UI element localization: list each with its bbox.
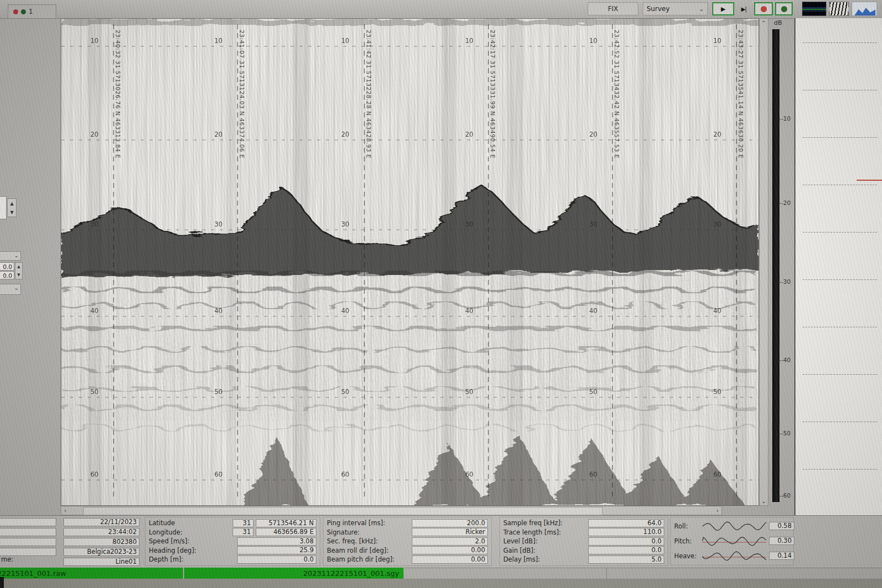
depth-label: 40 (90, 307, 99, 315)
scroll-down-icon[interactable]: ⌄ (760, 497, 768, 505)
record-button[interactable] (754, 2, 773, 15)
wave-chart-icon[interactable] (852, 2, 877, 16)
scroll-left-icon[interactable]: ‹ (61, 506, 69, 515)
mark-button[interactable] (775, 2, 793, 15)
chevron-down-icon: ⌄ (699, 6, 704, 13)
left-edge-field[interactable] (0, 196, 7, 219)
left-spin-arrows[interactable]: ▲▼ (15, 262, 23, 279)
signal-gridline (803, 90, 877, 90)
motion-value: 0.30 (769, 537, 794, 545)
depth-label: 20 (90, 131, 99, 138)
raw-file-name: 20231122215101_001.raw (0, 569, 66, 578)
app-window: 1 FIX Survey ⌄ ▶ ▶| (0, 0, 882, 588)
depth-label: 30 (90, 220, 99, 228)
status-row: Level [dB]:0.0 (503, 537, 664, 546)
signal-marker-red (857, 180, 882, 181)
db-tick: -10 (781, 115, 790, 122)
depth-label: 50 (589, 388, 598, 396)
mode-dropdown[interactable]: Survey ⌄ (643, 2, 708, 15)
left-spin-field-2[interactable]: 0.0 (0, 271, 14, 279)
depth-label: 10 (341, 37, 349, 45)
step-button[interactable]: ▶| (737, 2, 750, 15)
status-label: Longitude: (149, 528, 230, 536)
status-row: Latitude315713546.21 N (149, 519, 316, 528)
profile-thumbnail-icon[interactable] (802, 2, 826, 16)
motion-value: 0.58 (769, 522, 794, 530)
scroll-up-icon[interactable]: ⌃ (760, 19, 768, 27)
line-info-value: Belgica2023-23 (63, 548, 139, 556)
left-dropdown-1[interactable]: ⌄ (0, 251, 21, 261)
play-button[interactable]: ▶ (712, 2, 734, 15)
depth-label: 60 (713, 471, 722, 478)
chevron-down-icon: ⌄ (14, 285, 19, 291)
depth-label: 30 (589, 220, 598, 228)
status-label: Gain [dB]: (503, 547, 586, 554)
depth-label: 20 (214, 131, 223, 138)
depth-label: 50 (713, 388, 722, 396)
fix-button[interactable]: FIX (588, 2, 638, 15)
line-info-value: 23:44:02 (63, 528, 139, 536)
hatch-pattern-icon[interactable] (829, 2, 849, 16)
status-label: Beam pitch dir [deg]: (327, 555, 410, 563)
left-spinner[interactable]: ▲▼ (7, 198, 17, 217)
depth-label: 50 (465, 388, 474, 396)
depth-label: 10 (214, 37, 223, 45)
fix-annotation: 23:42:52 31 5713432.42 N 463557.53 E (614, 30, 620, 159)
signal-panel (794, 18, 882, 588)
motion-waveform (702, 535, 766, 547)
signal-gridline (803, 327, 877, 327)
spin-up-icon[interactable]: ▲ (17, 265, 20, 269)
horizontal-scrollbar[interactable]: ‹ › (61, 506, 722, 515)
status-label: Heading [deg]: (149, 547, 235, 554)
status-bar: me: 22/11/202323:44:02802380Belgica2023-… (0, 515, 882, 568)
raw-file-badge: 20231122215101_001.raw (0, 568, 183, 579)
motion-waveform (702, 550, 766, 562)
status-row: Longitude:31463656.89 E (149, 528, 316, 537)
left-dropdown-2[interactable]: ⌄ (0, 284, 21, 295)
spin-down-icon[interactable]: ▼ (17, 273, 20, 277)
db-colorbar (772, 29, 779, 502)
depth-label: 40 (589, 307, 598, 315)
mode-dropdown-value: Survey (647, 5, 670, 13)
status-value: 5713546.21 N (256, 519, 316, 527)
seismic-profile-panel[interactable]: 23:40:32 31 5713026.76 N 463313.84 E1020… (61, 18, 759, 506)
left-spin-field-1[interactable]: 0.0 (0, 262, 14, 271)
fix-annotation: 23:43:27 31 5713541.14 N 463630.20 E (738, 30, 744, 159)
db-tick: -50 (781, 430, 790, 436)
spin-down-icon[interactable]: ▼ (10, 210, 13, 215)
scroll-right-icon[interactable]: › (713, 506, 722, 515)
depth-label: 30 (465, 220, 474, 228)
status-label: Sample freq [kHz]: (503, 519, 586, 527)
step-forward-icon: ▶| (741, 6, 746, 12)
depth-label: 20 (465, 131, 474, 138)
fix-annotation: 23:41:07 31 5713124.03 N 463374.06 E (239, 30, 245, 159)
signal-gridline (803, 422, 877, 422)
tab-1[interactable]: 1 (8, 4, 56, 18)
line-info-value: 22/11/2023 (63, 518, 139, 526)
signal-gridline (803, 232, 877, 233)
motion-value: 0.14 (769, 552, 794, 560)
spin-up-icon[interactable]: ▲ (10, 201, 13, 206)
status-value: 3.08 (237, 537, 316, 546)
fix-annotation: 23:42:17 31 5713331.99 N 463490.54 E (490, 30, 496, 159)
db-tick: -60 (781, 492, 790, 499)
status-value: 0.0 (588, 546, 664, 554)
status-label: Trace length [ms]: (503, 528, 586, 536)
depth-label: 40 (341, 307, 349, 315)
clipped-value-box (0, 528, 56, 536)
seismic-echogram: 23:40:32 31 5713026.76 N 463313.84 E1020… (61, 19, 759, 505)
depth-label: 60 (341, 471, 349, 478)
signal-gridline (803, 279, 877, 280)
depth-label: 20 (589, 131, 598, 138)
record-icon (761, 6, 767, 12)
status-row: Beam pitch dir [deg]:0.00 (327, 555, 488, 564)
status-row: Signature:Ricker (327, 528, 488, 537)
depth-label: 30 (341, 220, 349, 228)
status-row: Ping interval [ms]:200.0 (327, 519, 488, 528)
clipped-line-name-label: me: (1, 555, 13, 563)
db-tick: -20 (781, 199, 790, 206)
fix-annotation: 23:41:42 31 5713228.28 N 463428.93 E (365, 30, 372, 159)
horizontal-scrollbar-thumb[interactable] (83, 507, 603, 515)
vertical-scrollbar[interactable]: ⌃ ⌄ (759, 18, 768, 506)
db-scale: dB -10-20-30-40-50-60 (770, 18, 794, 506)
